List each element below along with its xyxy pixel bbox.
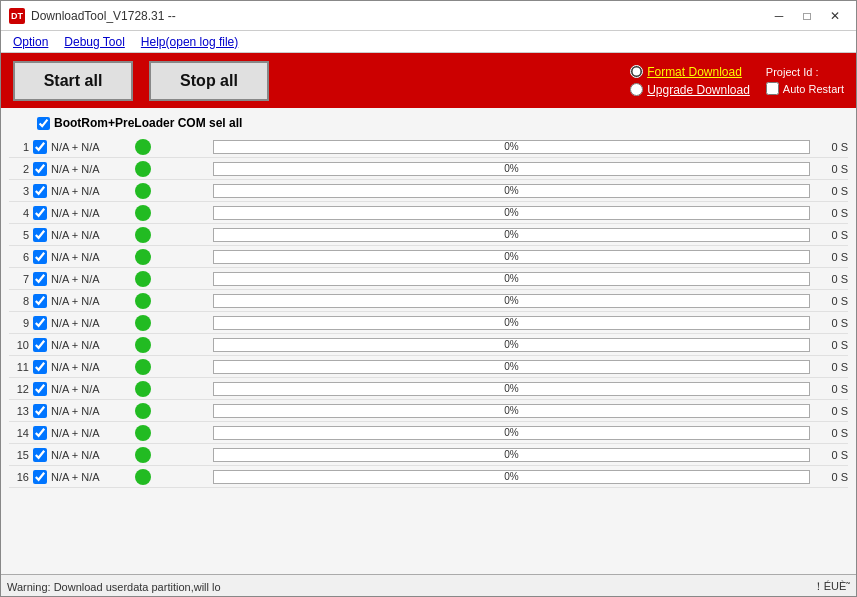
row-checkbox[interactable] [33,140,47,154]
row-checkbox[interactable] [33,206,47,220]
device-row: 9 N/A + N/A 0% 0 S [9,312,848,334]
row-checkbox[interactable] [33,404,47,418]
status-dot [135,403,151,419]
menu-help[interactable]: Help(open log file) [133,33,246,51]
select-all-checkbox[interactable] [37,117,50,130]
progress-bar-wrapper: 0% [213,360,810,374]
status-warning: Warning: Download userdata partition,wil… [7,581,221,593]
progress-text: 0% [214,207,809,219]
select-all-label: BootRom+PreLoader COM sel all [54,116,242,130]
row-port: N/A + N/A [51,229,131,241]
status-dot [135,469,151,485]
row-checkbox[interactable] [33,162,47,176]
row-port: N/A + N/A [51,251,131,263]
row-time: 0 S [818,141,848,153]
progress-text: 0% [214,229,809,241]
progress-bar-wrapper: 0% [213,426,810,440]
progress-text: 0% [214,427,809,439]
row-number: 14 [9,427,29,439]
close-button[interactable]: ✕ [822,5,848,27]
row-time: 0 S [818,273,848,285]
row-time: 0 S [818,339,848,351]
progress-container: 0% [213,184,810,198]
menu-option[interactable]: Option [5,33,56,51]
status-dot [135,315,151,331]
upgrade-download-radio[interactable] [630,83,643,96]
row-time: 0 S [818,471,848,483]
progress-container: 0% [213,338,810,352]
row-port: N/A + N/A [51,207,131,219]
format-download-row: Format Download [630,65,750,79]
row-checkbox[interactable] [33,470,47,484]
status-bar: Warning: Download userdata partition,wil… [1,574,856,597]
status-dot [135,447,151,463]
status-dot [135,205,151,221]
progress-bar-wrapper: 0% [213,140,810,154]
row-number: 16 [9,471,29,483]
minimize-button[interactable]: ─ [766,5,792,27]
row-checkbox[interactable] [33,448,47,462]
row-checkbox[interactable] [33,250,47,264]
row-checkbox[interactable] [33,272,47,286]
row-port: N/A + N/A [51,317,131,329]
row-number: 13 [9,405,29,417]
row-port: N/A + N/A [51,141,131,153]
progress-text: 0% [214,383,809,395]
row-time: 0 S [818,361,848,373]
row-number: 1 [9,141,29,153]
row-checkbox[interactable] [33,316,47,330]
title-bar: DT DownloadTool_V1728.31 -- ─ □ ✕ [1,1,856,31]
status-dot [135,183,151,199]
app-icon: DT [9,8,25,24]
row-time: 0 S [818,251,848,263]
device-row: 14 N/A + N/A 0% 0 S [9,422,848,444]
progress-text: 0% [214,471,809,483]
progress-container: 0% [213,162,810,176]
progress-text: 0% [214,405,809,417]
select-all-row: BootRom+PreLoader COM sel all [9,112,848,136]
row-checkbox[interactable] [33,184,47,198]
progress-bar-wrapper: 0% [213,338,810,352]
project-section: Project Id : Auto Restart [766,66,844,95]
maximize-button[interactable]: □ [794,5,820,27]
row-number: 9 [9,317,29,329]
row-number: 5 [9,229,29,241]
status-dot [135,139,151,155]
auto-restart-label[interactable]: Auto Restart [783,83,844,95]
menu-debug[interactable]: Debug Tool [56,33,133,51]
format-download-radio[interactable] [630,65,643,78]
device-row: 7 N/A + N/A 0% 0 S [9,268,848,290]
status-dot [135,249,151,265]
row-checkbox[interactable] [33,228,47,242]
progress-bar-wrapper: 0% [213,404,810,418]
row-port: N/A + N/A [51,383,131,395]
row-checkbox[interactable] [33,294,47,308]
device-row: 16 N/A + N/A 0% 0 S [9,466,848,488]
progress-text: 0% [214,295,809,307]
device-row: 8 N/A + N/A 0% 0 S [9,290,848,312]
row-checkbox[interactable] [33,338,47,352]
progress-text: 0% [214,361,809,373]
row-number: 2 [9,163,29,175]
progress-container: 0% [213,250,810,264]
row-checkbox[interactable] [33,382,47,396]
format-download-label[interactable]: Format Download [647,65,742,79]
progress-bar-wrapper: 0% [213,448,810,462]
app-icon-label: DT [11,11,23,21]
device-row: 10 N/A + N/A 0% 0 S [9,334,848,356]
upgrade-download-label[interactable]: Upgrade Download [647,83,750,97]
progress-bar-wrapper: 0% [213,184,810,198]
auto-restart-checkbox[interactable] [766,82,779,95]
device-row: 3 N/A + N/A 0% 0 S [9,180,848,202]
toolbar: Start all Stop all Format Download Upgra… [1,53,856,108]
row-checkbox[interactable] [33,426,47,440]
start-all-button[interactable]: Start all [13,61,133,101]
row-time: 0 S [818,185,848,197]
row-port: N/A + N/A [51,361,131,373]
row-time: 0 S [818,163,848,175]
row-number: 6 [9,251,29,263]
stop-all-button[interactable]: Stop all [149,61,269,101]
row-checkbox[interactable] [33,360,47,374]
auto-restart-row: Auto Restart [766,82,844,95]
row-number: 12 [9,383,29,395]
